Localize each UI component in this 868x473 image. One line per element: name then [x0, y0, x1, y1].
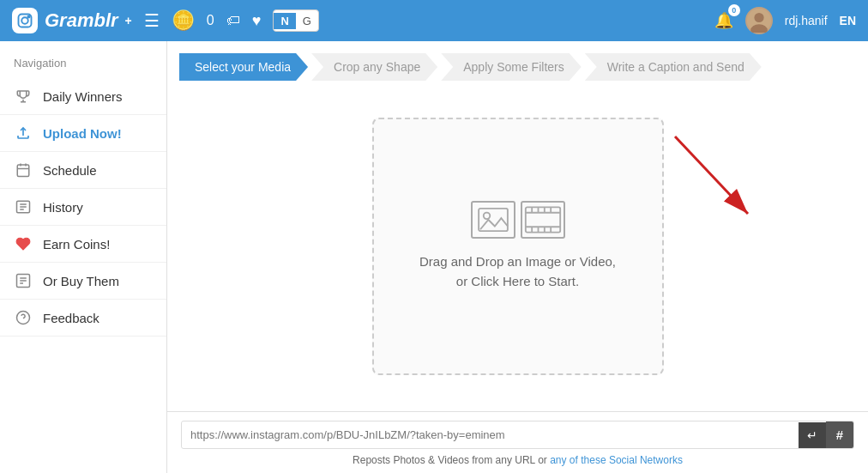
hamburger-icon[interactable]: ☰ [144, 10, 160, 31]
url-input[interactable] [182, 422, 799, 447]
history-icon [14, 199, 33, 215]
repost-label: Reposts Photos & Videos from any URL or [353, 454, 547, 466]
red-arrow [662, 124, 765, 227]
toggle-n[interactable]: N [274, 13, 295, 29]
earn-coins-label: Earn Coins! [43, 237, 110, 252]
toggle-g[interactable]: G [296, 13, 318, 29]
zero-count: 0 [207, 13, 214, 28]
help-icon [14, 310, 33, 325]
lang: EN [840, 14, 856, 27]
feedback-label: Feedback [43, 311, 99, 325]
app-logo[interactable]: Gramblr + [12, 8, 132, 33]
svg-line-35 [675, 136, 748, 214]
dropzone-line1: Drag and Drop an Image or Video, [419, 254, 616, 269]
svg-rect-23 [525, 207, 559, 232]
step-select-media-label: Select your Media [195, 60, 291, 74]
bell-wrap: 🔔 0 [714, 11, 733, 30]
sidebar-item-upload-now[interactable]: Upload Now! [0, 115, 166, 152]
step-crop-any-shape[interactable]: Crop any Shape [311, 53, 437, 81]
dropzone-icons [471, 201, 565, 239]
svg-point-2 [27, 15, 29, 17]
step-write-caption[interactable]: Write a Caption and Send [585, 53, 762, 81]
sidebar-item-or-buy-them[interactable]: Or Buy Them [0, 263, 166, 300]
logo-text: Gramblr [45, 9, 118, 32]
dropzone-text: Drag and Drop an Image or Video, or Clic… [419, 252, 616, 291]
url-bar: ↵ # [181, 421, 854, 449]
sidebar-item-daily-winners[interactable]: Daily Winners [0, 78, 166, 115]
steps-bar: Select your Media Crop any Shape Apply S… [167, 41, 868, 81]
step-caption-label: Write a Caption and Send [607, 60, 744, 74]
heart-icon[interactable]: ♥ [252, 12, 262, 30]
history-label: History [43, 200, 83, 215]
upload-now-label: Upload Now! [43, 126, 122, 141]
dropzone[interactable]: Drag and Drop an Image or Video, or Clic… [372, 118, 664, 375]
flag-icon[interactable]: 🏷 [226, 13, 240, 28]
logo-icon [12, 8, 38, 33]
sidebar-item-schedule[interactable]: Schedule [0, 152, 166, 189]
image-icon [471, 201, 515, 239]
trophy-icon [14, 88, 33, 104]
dropzone-line2: or Click Here to Start. [456, 274, 579, 288]
sidebar-heading: Navigation [0, 50, 166, 78]
video-icon [521, 201, 565, 239]
tag-icon [14, 273, 33, 288]
daily-winners-label: Daily Winners [43, 89, 123, 104]
step-crop-label: Crop any Shape [334, 60, 420, 74]
ng-toggle[interactable]: N G [273, 9, 319, 32]
step-filters-label: Apply Some Filters [463, 60, 564, 74]
layout: Navigation Daily Winners Upload Now! [0, 41, 868, 473]
or-buy-them-label: Or Buy Them [43, 274, 119, 288]
bell-count: 0 [728, 4, 740, 16]
step-select-media[interactable]: Select your Media [179, 53, 308, 81]
schedule-label: Schedule [43, 163, 97, 178]
calendar-icon [14, 162, 33, 178]
username: rdj.hanif [785, 14, 828, 27]
repost-link[interactable]: any of these Social Networks [550, 454, 683, 466]
sidebar-item-earn-coins[interactable]: Earn Coins! [0, 226, 166, 263]
logo-plus: + [125, 14, 132, 27]
svg-rect-7 [17, 165, 29, 177]
upload-icon [14, 125, 33, 141]
bottom-bar: ↵ # Reposts Photos & Videos from any URL… [167, 411, 868, 473]
url-hash-button[interactable]: # [826, 421, 853, 448]
heart-red-icon [14, 236, 33, 252]
topbar: Gramblr + ☰ 🪙 0 🏷 ♥ N G 🔔 0 rdj.hanif EN [0, 0, 868, 41]
svg-point-1 [21, 17, 28, 24]
sidebar-item-history[interactable]: History [0, 189, 166, 226]
svg-point-22 [483, 213, 490, 220]
url-submit-button[interactable]: ↵ [799, 422, 826, 448]
sidebar: Navigation Daily Winners Upload Now! [0, 41, 167, 473]
avatar[interactable] [745, 7, 773, 34]
repost-text: Reposts Photos & Videos from any URL or … [181, 454, 854, 466]
main-content: Select your Media Crop any Shape Apply S… [167, 41, 868, 473]
sidebar-item-feedback[interactable]: Feedback [0, 300, 166, 337]
content-area: Drag and Drop an Image or Video, or Clic… [167, 81, 868, 411]
coins-icon[interactable]: 🪙 [172, 9, 195, 32]
svg-point-4 [754, 13, 763, 22]
step-apply-filters[interactable]: Apply Some Filters [441, 53, 581, 81]
zero-count-wrap: 0 [207, 13, 214, 28]
